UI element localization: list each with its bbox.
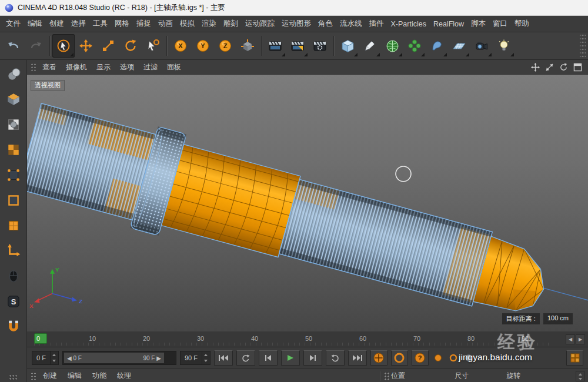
menu-tools[interactable]: 工具 — [89, 16, 111, 32]
lock-x-axis-button[interactable]: X — [169, 34, 192, 58]
lock-z-axis-button[interactable]: Z — [214, 34, 236, 58]
rotate-tool-button[interactable] — [119, 34, 142, 58]
magnet-snap-button[interactable] — [3, 316, 24, 337]
menu-animate[interactable]: 动画 — [155, 16, 176, 32]
end-frame-stepper[interactable] — [202, 351, 210, 364]
edges-mode-button[interactable] — [3, 190, 24, 211]
menu-simulate[interactable]: 模拟 — [176, 16, 198, 32]
menu-edit[interactable]: 编辑 — [24, 16, 46, 32]
menu-pipeline[interactable]: 流水线 — [336, 16, 366, 32]
viewport-solo-button[interactable] — [3, 266, 24, 287]
light-button[interactable] — [493, 34, 515, 58]
workplane-mode-button[interactable] — [3, 139, 24, 160]
end-frame-field[interactable]: 90 F — [180, 351, 211, 365]
menu-create[interactable]: 创建 — [46, 16, 68, 32]
menu-motion-tracker[interactable]: 运动跟踪 — [242, 16, 278, 32]
menu-mesh[interactable]: 网格 — [111, 16, 133, 32]
menu-sculpt[interactable]: 雕刻 — [220, 16, 242, 32]
viewport-3d-scene[interactable]: Y X Z — [27, 75, 588, 331]
redo-button[interactable] — [25, 34, 47, 58]
menu-plugins[interactable]: 插件 — [366, 16, 387, 32]
materials-menu-create[interactable]: 创建 — [38, 369, 62, 382]
vp-menu-view[interactable]: 查看 — [38, 60, 61, 74]
convert-object-button[interactable] — [3, 63, 24, 85]
vp-menu-display[interactable]: 显示 — [92, 60, 115, 74]
menu-script[interactable]: 脚本 — [467, 16, 489, 32]
timeline-scroll-right-button[interactable]: ▶ — [576, 334, 585, 344]
viewport-canvas[interactable]: Y X Z 透视视图 目标距离 : 100 cm — [27, 75, 588, 331]
menu-mograph[interactable]: 运动图形 — [278, 16, 315, 32]
previous-frame-button[interactable] — [259, 350, 278, 366]
coordinates-panel-grip[interactable] — [384, 372, 390, 380]
materials-menu-function[interactable]: 功能 — [87, 369, 112, 382]
sidebar-dock-grip[interactable] — [9, 374, 18, 380]
polygons-mode-button[interactable] — [3, 215, 24, 236]
move-tool-button[interactable] — [75, 34, 97, 58]
materials-panel-grip[interactable] — [31, 372, 36, 380]
play-backward-loop-button[interactable] — [236, 350, 255, 366]
current-frame-stepper[interactable] — [50, 351, 58, 364]
subdivision-surface-button[interactable] — [381, 34, 403, 58]
record-rotation-toggle[interactable] — [463, 352, 475, 364]
materials-menu-edit[interactable]: 编辑 — [62, 369, 87, 382]
camera-button[interactable] — [470, 34, 493, 58]
lock-y-axis-button[interactable]: Y — [192, 34, 214, 58]
vp-menu-panel[interactable]: 面板 — [162, 60, 186, 74]
content-browser-button[interactable] — [566, 350, 583, 366]
coord-stepper[interactable] — [576, 371, 584, 381]
vp-menu-options[interactable]: 选项 — [115, 60, 139, 74]
toolbar-dock-grip[interactable] — [580, 35, 586, 57]
menu-file[interactable]: 文件 — [2, 16, 24, 32]
enable-snap-button[interactable]: S — [3, 291, 24, 312]
menu-select[interactable]: 选择 — [68, 16, 89, 32]
menu-xparticles[interactable]: X-Particles — [387, 16, 430, 32]
render-view-button[interactable] — [264, 34, 286, 58]
play-forward-button[interactable] — [281, 350, 300, 366]
loop-forward-button[interactable] — [326, 350, 345, 366]
record-scale-toggle[interactable] — [447, 352, 459, 364]
pan-view-icon[interactable] — [531, 63, 540, 72]
last-used-tool-button[interactable] — [142, 34, 164, 58]
deformer-button[interactable] — [426, 34, 448, 58]
zoom-view-icon[interactable] — [545, 63, 554, 72]
toggle-view-icon[interactable] — [573, 63, 582, 72]
keying-help-button[interactable]: ? — [412, 350, 429, 366]
model-mode-button[interactable] — [3, 89, 24, 110]
freehand-spline-button[interactable] — [359, 34, 381, 58]
points-mode-button[interactable] — [3, 165, 24, 186]
menu-window[interactable]: 窗口 — [489, 16, 511, 32]
menu-character[interactable]: 角色 — [315, 16, 336, 32]
live-selection-button[interactable] — [52, 34, 75, 58]
preview-range-bar[interactable]: ◀ 0 F 90 F ▶ — [64, 353, 164, 363]
record-keyframe-button[interactable] — [370, 350, 387, 366]
menu-snap[interactable]: 捕捉 — [133, 16, 155, 32]
undo-button[interactable] — [2, 34, 25, 58]
go-to-end-button[interactable] — [348, 350, 367, 366]
timeline-scroll-left-button[interactable]: ◀ — [566, 334, 575, 344]
edit-render-settings-button[interactable] — [309, 34, 331, 58]
bearing-shaft-object[interactable] — [27, 95, 588, 331]
texture-mode-button[interactable] — [3, 114, 24, 135]
record-position-toggle[interactable] — [432, 352, 444, 364]
vp-menu-camera[interactable]: 摄像机 — [61, 60, 92, 74]
current-frame-field[interactable]: 0 F — [32, 351, 59, 365]
preview-range-slider[interactable]: ◀ 0 F 90 F ▶ — [62, 351, 176, 365]
floor-environment-button[interactable] — [448, 34, 470, 58]
viewport-menu-grip[interactable] — [31, 63, 36, 71]
menu-render[interactable]: 渲染 — [198, 16, 220, 32]
coordinate-system-button[interactable] — [236, 34, 259, 58]
scale-tool-button[interactable] — [97, 34, 119, 58]
next-frame-button[interactable] — [303, 350, 322, 366]
array-generator-button[interactable] — [403, 34, 426, 58]
materials-menu-texture[interactable]: 纹理 — [112, 369, 136, 382]
go-to-start-button[interactable] — [214, 350, 233, 366]
menu-realflow[interactable]: RealFlow — [430, 16, 467, 32]
menu-help[interactable]: 帮助 — [511, 16, 533, 32]
timeline-ruler[interactable]: 0 10 20 30 40 50 60 70 80 90 ◀ ▶ — [27, 331, 588, 347]
vp-menu-filter[interactable]: 过滤 — [139, 60, 162, 74]
add-cube-primitive-button[interactable] — [336, 34, 359, 58]
render-to-picture-viewer-button[interactable] — [286, 34, 309, 58]
rotate-view-icon[interactable] — [559, 63, 568, 72]
autokeying-button[interactable] — [391, 350, 408, 366]
enable-axis-button[interactable] — [3, 240, 24, 262]
